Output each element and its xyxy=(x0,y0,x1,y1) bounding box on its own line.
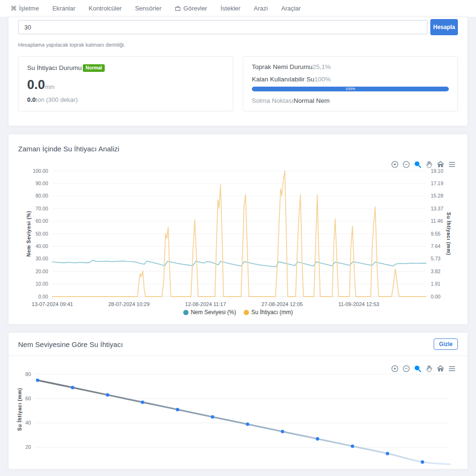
svg-text:Nem Seviyesi (%): Nem Seviyesi (%) xyxy=(26,211,31,257)
moisture-label: Toprak Nemi Durumu xyxy=(252,63,313,70)
svg-text:13-07-2024 09:41: 13-07-2024 09:41 xyxy=(32,301,73,307)
nav-label: İstekler xyxy=(220,5,240,12)
data-point-9[interactable] xyxy=(351,445,354,448)
nav-item-arazi[interactable]: Arazi xyxy=(254,5,268,12)
nav-label: Araçlar xyxy=(281,5,301,12)
pan-icon[interactable] xyxy=(425,365,433,373)
pan-icon[interactable] xyxy=(425,160,433,169)
available-water-progressbar: 100% xyxy=(252,87,449,91)
svg-text:Su İhtiyacı (mm): Su İhtiyacı (mm) xyxy=(17,388,22,431)
zoom-out-icon[interactable] xyxy=(402,365,410,373)
nav-item-sensorler[interactable]: Sensörler xyxy=(135,5,162,12)
water-need-unit: mm xyxy=(45,84,55,90)
svg-text:19.10: 19.10 xyxy=(431,168,443,174)
chart-toolbar xyxy=(391,160,456,169)
data-point-8[interactable] xyxy=(316,437,319,440)
svg-text:60.00: 60.00 xyxy=(36,218,48,224)
svg-text:0.00: 0.00 xyxy=(431,294,441,299)
selection-zoom-icon[interactable] xyxy=(414,160,422,169)
series-line-0 xyxy=(52,260,426,267)
legend-dot-su xyxy=(244,310,249,315)
zoom-in-icon[interactable] xyxy=(391,365,399,373)
legend-label-su: Su İhtiyacı (mm) xyxy=(251,309,293,316)
svg-text:9.55: 9.55 xyxy=(431,231,441,237)
calculate-button[interactable]: Hesapla xyxy=(430,19,458,35)
svg-text:100.00: 100.00 xyxy=(33,168,48,174)
nav-item-istekler[interactable]: İstekler xyxy=(220,5,240,12)
data-point-11[interactable] xyxy=(421,460,424,464)
data-point-5[interactable] xyxy=(211,415,214,418)
calculation-card: Hesapla Hesaplama yapılacak toprak katma… xyxy=(9,17,467,126)
selection-zoom-icon[interactable] xyxy=(414,365,422,373)
svg-text:27-08-2024 12:05: 27-08-2024 12:05 xyxy=(261,301,303,307)
home-icon[interactable] xyxy=(436,160,445,169)
svg-text:20.00: 20.00 xyxy=(36,268,48,274)
svg-text:10.00: 10.00 xyxy=(36,281,48,287)
nav-item-isletme[interactable]: ⌘ İşletme xyxy=(10,5,39,12)
moisture-chart-area: 80604020Su İhtiyacı (mm) xyxy=(9,356,467,469)
depth-helper-text: Hesaplama yapılacak toprak katmanı derin… xyxy=(18,42,458,48)
data-point-0[interactable] xyxy=(36,378,39,382)
home-icon[interactable] xyxy=(436,365,445,373)
moisture-water-line xyxy=(38,380,450,464)
svg-text:12-08-2024 11:17: 12-08-2024 11:17 xyxy=(185,301,226,307)
time-analysis-card: Zaman İçinde Su İhtiyacı Analizi 100.001… xyxy=(9,134,467,324)
data-point-3[interactable] xyxy=(141,400,144,404)
svg-text:40.00: 40.00 xyxy=(36,243,48,249)
svg-text:11-09-2024 12:53: 11-09-2024 12:53 xyxy=(338,301,379,307)
nav-item-araclar[interactable]: Araçlar xyxy=(281,5,301,12)
menu-icon[interactable] xyxy=(448,160,456,169)
svg-text:0.00: 0.00 xyxy=(39,294,49,299)
zoom-in-icon[interactable] xyxy=(391,160,399,169)
nav-item-kontrolculer[interactable]: Kontrolcüler xyxy=(89,5,121,12)
water-mass-value: 0.0 xyxy=(27,96,36,103)
legend-dot-nem xyxy=(183,310,188,315)
svg-text:Su İhtiyacı (mm): Su İhtiyacı (mm) xyxy=(446,212,452,256)
moisture-chart-title: Nem Seviyesine Göre Su İhtiyacı xyxy=(18,340,123,348)
nav-label: Arazi xyxy=(254,5,268,12)
moisture-water-chart[interactable]: 80604020Su İhtiyacı (mm) xyxy=(9,356,467,469)
svg-text:50.00: 50.00 xyxy=(36,231,48,237)
svg-text:90.00: 90.00 xyxy=(36,180,48,186)
data-point-4[interactable] xyxy=(176,408,179,411)
command-icon: ⌘ xyxy=(10,5,17,12)
progress-text: 100% xyxy=(252,87,449,91)
svg-text:40: 40 xyxy=(25,420,31,426)
legend-item-nem[interactable]: Nem Seviyesi (%) xyxy=(183,309,236,316)
water-need-title: Su İhtiyacı Durumu xyxy=(27,64,82,71)
hide-button[interactable]: Gizle xyxy=(434,338,458,350)
svg-text:30.00: 30.00 xyxy=(36,256,48,261)
water-mass-unit: ton (300 dekar) xyxy=(36,96,78,103)
data-point-1[interactable] xyxy=(71,386,74,389)
wilting-point-label: Solma Noktası xyxy=(252,97,294,104)
svg-text:15.28: 15.28 xyxy=(431,193,443,198)
svg-text:28-07-2024 10:29: 28-07-2024 10:29 xyxy=(108,301,149,307)
water-need-value: 0.0 xyxy=(27,78,45,92)
nav-label: Görevler xyxy=(183,5,207,12)
time-analysis-chart[interactable]: 100.0019.1090.0017.1980.0015.2870.0013.3… xyxy=(9,157,467,309)
depth-input[interactable] xyxy=(18,20,427,34)
available-water-value: 100% xyxy=(314,76,331,83)
nav-item-ekranlar[interactable]: Ekranlar xyxy=(52,5,75,12)
svg-text:80: 80 xyxy=(25,371,31,377)
data-point-7[interactable] xyxy=(281,430,284,433)
nav-label: Sensörler xyxy=(135,5,162,12)
svg-text:60: 60 xyxy=(25,396,31,401)
nav-label: Ekranlar xyxy=(52,5,75,12)
water-need-box: Su İhtiyacı DurumuNormal 0.0mm 0.0ton (3… xyxy=(18,56,233,111)
svg-text:70.00: 70.00 xyxy=(36,206,48,211)
svg-text:13.37: 13.37 xyxy=(431,206,443,211)
moisture-chart-card: Nem Seviyesine Göre Su İhtiyacı Gizle 80… xyxy=(9,333,467,469)
data-point-2[interactable] xyxy=(106,393,109,397)
svg-text:80.00: 80.00 xyxy=(36,193,48,198)
chart-legend: Nem Seviyesi (%) Su İhtiyacı (mm) xyxy=(9,309,467,316)
data-point-10[interactable] xyxy=(386,452,389,455)
menu-icon[interactable] xyxy=(448,365,456,373)
legend-item-su[interactable]: Su İhtiyacı (mm) xyxy=(244,309,293,316)
svg-text:7.64: 7.64 xyxy=(431,243,441,249)
zoom-out-icon[interactable] xyxy=(402,160,410,169)
data-point-6[interactable] xyxy=(246,423,249,426)
moisture-value: 25,1% xyxy=(313,63,331,70)
nav-item-gorevler[interactable]: Görevler xyxy=(175,5,207,12)
svg-text:5.73: 5.73 xyxy=(431,256,441,261)
